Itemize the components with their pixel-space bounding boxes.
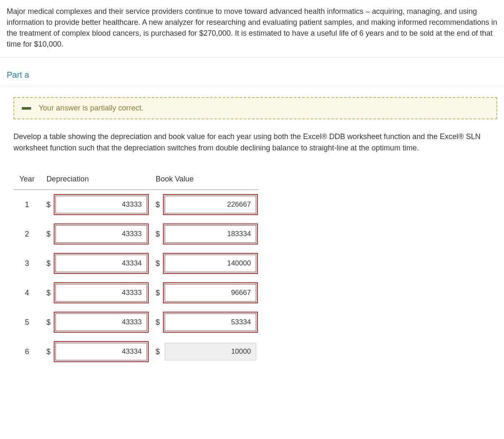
col-year: Year [13, 171, 40, 190]
book-value-input[interactable] [165, 343, 256, 360]
col-book-value: Book Value [150, 171, 259, 190]
currency-symbol: $ [40, 337, 53, 366]
table-row: 2$$ [13, 219, 259, 249]
part-content: Your answer is partially correct. Develo… [0, 87, 504, 383]
col-depreciation: Depreciation [40, 171, 150, 190]
book-value-input[interactable] [165, 284, 256, 302]
table-row: 1$$ [13, 190, 259, 220]
table-row: 5$$ [13, 308, 259, 337]
year-cell: 5 [13, 308, 40, 337]
currency-symbol: $ [150, 337, 162, 366]
feedback-text: Your answer is partially correct. [39, 104, 143, 113]
currency-symbol: $ [150, 190, 162, 220]
currency-symbol: $ [40, 249, 53, 278]
book-value-input[interactable] [165, 313, 256, 331]
part-label: Part a [0, 58, 504, 87]
year-cell: 2 [13, 219, 40, 249]
currency-symbol: $ [150, 249, 162, 278]
year-cell: 3 [13, 249, 40, 278]
instructions-text: Develop a table showing the depreciation… [13, 131, 497, 154]
currency-symbol: $ [40, 190, 53, 220]
currency-symbol: $ [40, 278, 53, 308]
depreciation-table: Year Depreciation Book Value 1$$2$$3$$4$… [13, 171, 259, 366]
depreciation-input[interactable] [55, 343, 147, 360]
year-cell: 6 [13, 337, 40, 366]
year-cell: 1 [13, 190, 40, 220]
currency-symbol: $ [40, 219, 53, 249]
book-value-input[interactable] [165, 196, 256, 213]
currency-symbol: $ [150, 278, 162, 308]
currency-symbol: $ [150, 219, 162, 249]
currency-symbol: $ [40, 308, 53, 337]
minus-icon [22, 107, 31, 110]
feedback-banner: Your answer is partially correct. [13, 97, 497, 119]
depreciation-input[interactable] [55, 284, 147, 302]
problem-statement: Major medical complexes and their servic… [0, 0, 504, 58]
table-row: 6$$ [13, 337, 259, 366]
table-row: 4$$ [13, 278, 259, 308]
table-row: 3$$ [13, 249, 259, 278]
depreciation-input[interactable] [55, 225, 147, 243]
depreciation-input[interactable] [55, 196, 147, 213]
depreciation-input[interactable] [55, 255, 147, 272]
currency-symbol: $ [150, 308, 162, 337]
depreciation-input[interactable] [55, 313, 147, 331]
book-value-input[interactable] [165, 255, 256, 272]
year-cell: 4 [13, 278, 40, 308]
book-value-input[interactable] [165, 225, 256, 243]
